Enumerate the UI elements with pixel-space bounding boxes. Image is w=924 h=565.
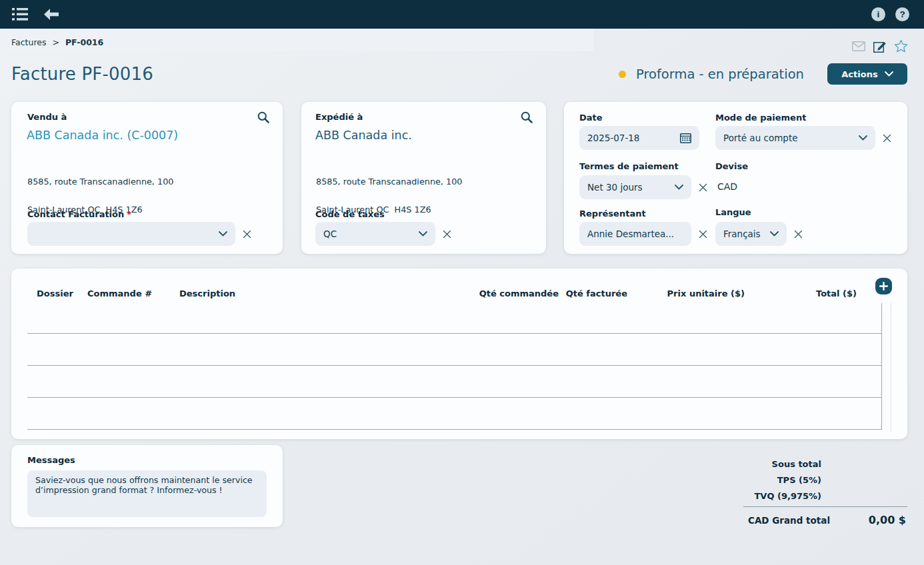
tvq-label: TVQ (9,975%) xyxy=(733,491,821,501)
clear-icon[interactable] xyxy=(793,229,804,240)
shipping-customer-name: ABB Canada inc. xyxy=(315,129,412,142)
search-shipping-icon[interactable] xyxy=(521,111,533,125)
subtotal-row: Sous total xyxy=(733,456,907,472)
required-asterisk: * xyxy=(127,209,131,219)
date-label: Date xyxy=(579,113,603,123)
subtotal-label: Sous total xyxy=(733,459,821,469)
add-line-button[interactable] xyxy=(875,278,892,294)
calendar-icon[interactable] xyxy=(675,133,691,143)
clear-icon[interactable] xyxy=(241,229,253,240)
search-customer-icon[interactable] xyxy=(257,111,269,125)
row-divider xyxy=(27,333,881,334)
payment-terms-value: Net 30 jours xyxy=(587,182,643,193)
grand-total-row: CAD Grand total 0,00 $ xyxy=(733,507,907,526)
currency-label: Devise xyxy=(715,161,748,171)
clear-icon[interactable] xyxy=(697,229,709,240)
totals-section: Sous total TPS (5%) TVQ (9,975%) CAD Gra… xyxy=(733,456,907,526)
tvq-row: TVQ (9,975%) xyxy=(733,488,907,504)
payment-terms-select[interactable]: Net 30 jours xyxy=(579,175,691,199)
language-select[interactable]: Français xyxy=(715,222,787,246)
document-actions xyxy=(852,39,908,53)
top-bar: i ? xyxy=(0,0,924,29)
actions-button-label: Actions xyxy=(841,69,877,79)
currency-value: CAD xyxy=(717,181,737,192)
column-header-qte-facturee: Qté facturée xyxy=(566,288,627,298)
chevron-down-icon xyxy=(213,231,227,237)
clear-icon[interactable] xyxy=(697,182,709,193)
menu-list-icon[interactable] xyxy=(12,8,28,21)
column-header-commande: Commande # xyxy=(87,288,152,298)
column-header-total: Total ($) xyxy=(816,288,857,298)
language-label: Langue xyxy=(715,207,751,217)
grand-total-value: 0,00 $ xyxy=(869,514,906,526)
clear-icon[interactable] xyxy=(881,133,893,144)
plus-icon xyxy=(879,282,888,290)
tax-code-label: Code de taxes xyxy=(315,209,385,219)
back-arrow-icon[interactable] xyxy=(44,9,59,20)
clear-icon[interactable] xyxy=(441,229,453,240)
column-header-description: Description xyxy=(179,288,235,298)
info-icon[interactable]: i xyxy=(871,7,885,21)
messages-textarea[interactable]: Saviez-vous que nous offrons maintenant … xyxy=(27,470,267,517)
representative-label: Représentant xyxy=(579,209,646,219)
date-value: 2025-07-18 xyxy=(587,133,639,143)
billing-contact-select[interactable] xyxy=(27,222,235,246)
actions-button[interactable]: Actions xyxy=(827,63,907,85)
messages-card: Messages Saviez-vous que nous offrons ma… xyxy=(11,445,283,527)
date-input[interactable]: 2025-07-18 xyxy=(579,126,699,150)
invoice-details-card: Date 2025-07-18 Mode de paiement Porté a… xyxy=(564,102,907,254)
messages-label: Messages xyxy=(27,455,75,465)
star-icon[interactable] xyxy=(894,39,908,53)
row-divider xyxy=(27,429,881,430)
chevron-down-icon xyxy=(853,135,867,141)
row-divider xyxy=(27,365,881,366)
payment-mode-select[interactable]: Porté au compte xyxy=(715,126,875,150)
payment-terms-label: Termes de paiement xyxy=(579,161,679,171)
ship-to-card: Expédié à ABB Canada inc. 8585, route Tr… xyxy=(301,102,546,254)
payment-mode-value: Porté au compte xyxy=(723,133,797,143)
chevron-down-icon xyxy=(669,185,683,190)
chevron-down-icon xyxy=(885,71,893,77)
line-items-table: Dossier Commande # Description Qté comma… xyxy=(11,269,907,439)
payment-mode-label: Mode de paiement xyxy=(715,113,806,123)
grand-total-label: CAD Grand total xyxy=(748,515,830,526)
invoice-page: i ? Factures > PF-0016 Facture xyxy=(0,0,924,565)
sold-to-label: Vendu à xyxy=(27,112,67,122)
tps-label: TPS (5%) xyxy=(733,475,821,485)
tps-row: TPS (5%) xyxy=(733,472,907,488)
help-icon[interactable]: ? xyxy=(895,7,909,21)
column-header-prix-unitaire: Prix unitaire ($) xyxy=(667,288,745,298)
column-header-dossier: Dossier xyxy=(37,288,73,298)
tax-code-value: QC xyxy=(323,229,337,239)
ship-to-label: Expédié à xyxy=(315,112,363,122)
sold-to-card: Vendu à ABB Canada inc. (C-0007) 8585, r… xyxy=(11,102,283,254)
page-title: Facture PF-0016 xyxy=(11,64,153,84)
language-value: Français xyxy=(723,229,761,239)
breadcrumb-link-factures[interactable]: Factures xyxy=(11,37,46,47)
representative-value: Annie Desmartea... xyxy=(587,229,674,239)
scrollbar-track xyxy=(891,303,891,432)
customer-link[interactable]: ABB Canada inc. (C-0007) xyxy=(27,129,178,142)
table-right-border xyxy=(881,303,882,430)
status-text: Proforma - en préparation xyxy=(636,67,804,82)
chevron-down-icon xyxy=(765,231,779,237)
chevron-down-icon xyxy=(413,231,427,237)
billing-contact-label: Contact Facturation* xyxy=(27,209,131,219)
column-header-qte-commandee: Qté commandée xyxy=(479,288,559,298)
status-badge: Proforma - en préparation xyxy=(619,67,804,82)
mail-icon[interactable] xyxy=(852,41,865,51)
representative-select[interactable]: Annie Desmartea... xyxy=(579,222,691,246)
row-divider xyxy=(27,397,881,398)
breadcrumb-current: PF-0016 xyxy=(65,37,103,47)
edit-icon[interactable] xyxy=(873,40,886,53)
status-dot-icon xyxy=(619,71,626,78)
breadcrumb-separator: > xyxy=(52,37,59,47)
breadcrumb: Factures > PF-0016 xyxy=(11,37,103,47)
tax-code-select[interactable]: QC xyxy=(315,222,435,246)
